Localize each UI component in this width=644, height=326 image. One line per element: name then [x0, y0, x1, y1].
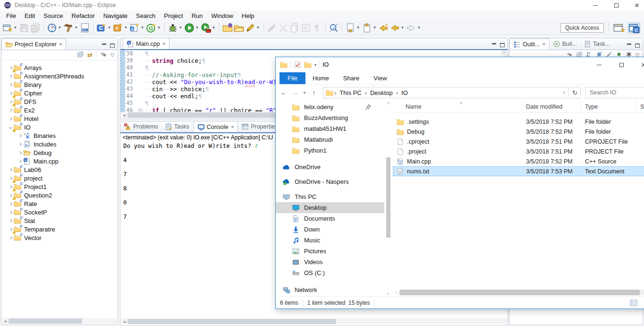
breadcrumb-segment[interactable]: This PC — [337, 89, 364, 96]
fold-marker-icon[interactable]: − — [138, 108, 143, 112]
debug-button[interactable] — [168, 23, 178, 33]
search-box[interactable] — [585, 87, 644, 98]
tree-item[interactable]: CLab06 — [1, 165, 118, 174]
search-input[interactable] — [586, 87, 644, 98]
save-all-button[interactable] — [30, 23, 41, 33]
breadcrumb-segment[interactable]: Desktop — [368, 89, 395, 96]
tree-item[interactable]: CVector — [1, 233, 118, 242]
menu-source[interactable]: Source — [39, 11, 67, 20]
dropdown-arrow-icon[interactable]: ▼ — [74, 26, 78, 30]
chevron-right-icon[interactable] — [7, 237, 14, 239]
dropdown-arrow-icon[interactable]: ▼ — [178, 26, 183, 30]
trim-button[interactable] — [278, 23, 288, 33]
file-list-hscrollbar[interactable]: ‹ — [393, 289, 644, 296]
dropdown-arrow-icon[interactable]: ▼ — [417, 26, 421, 30]
column-header-date[interactable]: Date modified — [522, 101, 581, 112]
chevron-right-icon[interactable] — [7, 101, 14, 103]
tree-item[interactable]: CBinary — [1, 80, 118, 89]
dropdown-arrow-icon[interactable]: ▼ — [107, 26, 111, 30]
nav-item-this-pc[interactable]: This PC — [276, 191, 384, 202]
tab-console[interactable]: Console✕ — [194, 121, 238, 132]
eclipse-minimize-button[interactable] — [588, 0, 602, 10]
nav-item-documents[interactable]: Documents — [276, 213, 384, 224]
tab-properties[interactable]: Properties — [238, 121, 281, 132]
menu-window[interactable]: Window — [207, 11, 237, 20]
tree-item[interactable]: CRate — [1, 199, 118, 208]
tree-item[interactable]: CTemparatre — [1, 225, 118, 233]
tree-item[interactable]: CStat — [1, 216, 118, 225]
minimize-view-icon[interactable] — [627, 43, 631, 48]
nav-item-matlab451hw1[interactable]: matlab451HW1 — [276, 123, 384, 134]
dropdown-arrow-icon[interactable]: ▼ — [58, 26, 62, 30]
chevron-right-icon[interactable] — [7, 109, 14, 112]
open-perspective-button[interactable] — [613, 23, 625, 33]
nav-item-felix-odeny[interactable]: felix.odeny — [276, 102, 384, 112]
column-header-name[interactable]: Name˄ — [393, 101, 522, 112]
nav-item-network[interactable]: Network — [276, 284, 384, 295]
ribbon-tab-view[interactable]: View — [366, 72, 394, 84]
show-block-button[interactable] — [301, 23, 311, 33]
save-button[interactable] — [19, 23, 29, 33]
tree-item[interactable]: CEx2 — [1, 106, 118, 114]
nav-item-buzzadvertising[interactable]: BuzzAdvertising — [276, 112, 384, 123]
chevron-right-icon[interactable] — [7, 220, 14, 222]
chevron-right-icon[interactable] — [17, 135, 23, 137]
dropdown-arrow-icon[interactable]: ▼ — [373, 26, 377, 30]
minimize-view-icon[interactable] — [492, 43, 496, 47]
code-line[interactable]: 38¶ — [120, 50, 508, 57]
tree-item[interactable]: CDFS — [1, 97, 118, 106]
dropdown-arrow-icon[interactable]: ▼ — [212, 26, 216, 30]
file-row--settings[interactable]: .settings3/5/2018 7:52 PMFile folder — [393, 117, 644, 127]
chevron-right-icon[interactable] — [7, 118, 14, 120]
dropdown-arrow-icon[interactable]: ▼ — [356, 26, 360, 30]
qat-customize-icon[interactable]: ▾ — [314, 63, 316, 67]
tab-main-cpp[interactable]: c Main.cpp ✕ — [123, 38, 169, 49]
tree-item[interactable]: Cproject — [1, 174, 118, 182]
open-project-button[interactable] — [222, 23, 233, 33]
ribbon-tab-home[interactable]: Home — [305, 72, 336, 84]
tab-task[interactable]: Task... — [580, 38, 613, 50]
launch-target-button[interactable] — [47, 23, 57, 33]
cpp-perspective-button[interactable]: C — [628, 23, 640, 33]
chevron-right-icon[interactable] — [7, 75, 14, 77]
tab-buil[interactable]: Buil... — [550, 38, 580, 50]
maximize-view-icon[interactable] — [500, 43, 505, 47]
nav-item-pictures[interactable]: Pictures — [276, 246, 384, 257]
dropdown-arrow-icon[interactable]: ▼ — [157, 26, 161, 30]
chevron-right-icon[interactable] — [7, 169, 14, 171]
file-row-nums-txt[interactable]: nums.txt3/5/2018 7:53 PMText Document — [393, 166, 644, 176]
address-dropdown-icon[interactable]: ˅ — [560, 90, 568, 95]
qat-properties-icon[interactable] — [294, 61, 301, 69]
explorer-minimize-button[interactable] — [592, 60, 606, 69]
chevron-right-icon[interactable] — [7, 67, 14, 69]
file-row--cproject[interactable]: .cproject3/5/2018 7:51 PMCPROJECT File — [393, 137, 644, 146]
menu-run[interactable]: Run — [187, 11, 207, 20]
dropdown-arrow-icon[interactable]: ▼ — [124, 26, 128, 30]
breadcrumb[interactable]: ›This PC›Desktop›IO˅ — [323, 87, 568, 98]
new-c-file-button[interactable]: c — [129, 23, 140, 33]
column-header-size[interactable]: Si — [636, 101, 644, 112]
copy-edit-button[interactable] — [289, 23, 300, 33]
tree-item[interactable]: CCipher — [1, 89, 118, 97]
tab-tasks[interactable]: Tasks — [161, 121, 193, 132]
chevron-right-icon[interactable] — [7, 228, 14, 231]
tree-item[interactable]: cMain.cpp — [1, 157, 118, 165]
tree-item[interactable]: CProject1 — [1, 182, 118, 191]
console-hscrollbar[interactable]: ◄ — [121, 318, 507, 325]
back-button[interactable] — [390, 23, 400, 33]
nav-scrollbar[interactable]: ˄ ˅ — [385, 101, 392, 297]
close-icon[interactable]: ✕ — [542, 42, 546, 47]
focus-button[interactable] — [100, 51, 107, 60]
tree-item[interactable]: hIncludes — [1, 140, 118, 148]
dropdown-arrow-icon[interactable]: ▼ — [13, 26, 17, 30]
file-row-main-cpp[interactable]: C++Main.cpp3/5/2018 7:52 PMC++ Source — [393, 156, 644, 166]
nav-item-videos[interactable]: Videos — [276, 257, 384, 267]
marker-pen-button[interactable] — [245, 23, 255, 33]
nav-item-onedrive-naspers[interactable]: OneDrive - Naspers — [276, 176, 384, 187]
details-view-icon[interactable] — [630, 299, 637, 307]
collapse-all-button[interactable] — [76, 51, 84, 60]
back-to-edit-button[interactable] — [378, 23, 389, 33]
minimize-view-icon[interactable] — [102, 43, 106, 48]
tree-item[interactable]: CIO — [1, 123, 118, 131]
file-row--project[interactable]: .project3/5/2018 7:51 PMPROJECT File — [393, 146, 644, 156]
